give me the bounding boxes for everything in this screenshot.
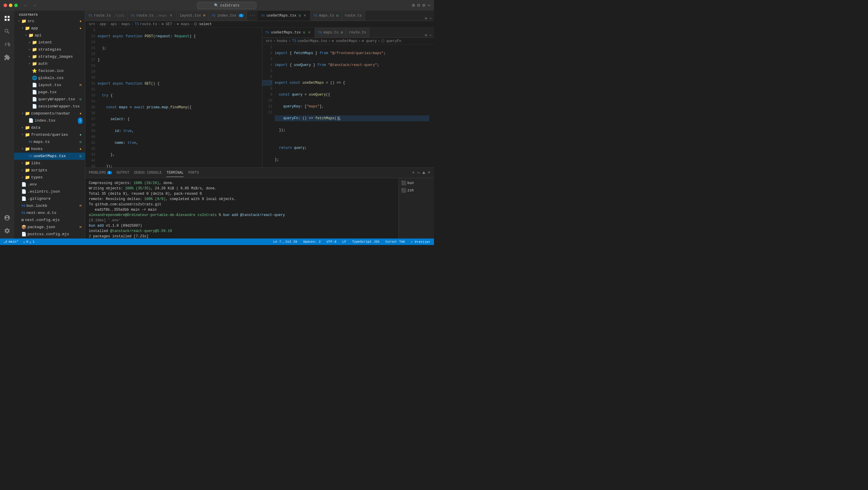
- terminal-session-zsh[interactable]: ⬛ zsh: [399, 187, 434, 194]
- sidebar-item-env[interactable]: 📄 .env: [14, 181, 85, 188]
- back-button[interactable]: ←: [23, 2, 29, 8]
- sidebar-item-bunlockb[interactable]: TS bun.lockb M: [14, 202, 85, 209]
- forward-button[interactable]: →: [31, 2, 38, 8]
- tab-close-usegetmaps-icon[interactable]: ×: [303, 13, 307, 18]
- sidebar-item-libs[interactable]: ▸ 📁 libs: [14, 160, 85, 167]
- editor-and-terminal: 6 23 24 25 26 27 28 29 30 31 32 33: [85, 28, 434, 238]
- minimap: [258, 28, 262, 167]
- main-container: CS2STRATS ▾ 📁 src ● ▾ 📁 app ● ▾ 📁 api ▸ …: [0, 11, 434, 238]
- sidebar-item-strategy-images[interactable]: ▸ 📁 strategy_images: [14, 53, 85, 60]
- status-line-ending[interactable]: LF: [341, 240, 347, 243]
- status-cursor-tab[interactable]: Cursor Tab: [384, 240, 406, 243]
- status-prettier[interactable]: ✓ Prettier: [410, 240, 432, 244]
- status-branch[interactable]: ⎇ main*: [2, 240, 20, 244]
- close-panel-icon[interactable]: ×: [428, 170, 430, 175]
- add-terminal-icon[interactable]: +: [412, 170, 415, 175]
- tab-close-icon[interactable]: ×: [169, 13, 174, 18]
- user-icon[interactable]: [2, 213, 12, 223]
- terminal-line: Compressing objects: 100% (26/26), done.: [89, 181, 395, 186]
- right-more-icon[interactable]: ⋯: [430, 33, 432, 38]
- status-encoding[interactable]: UTF-8: [326, 240, 338, 243]
- source-control-icon[interactable]: [2, 39, 12, 50]
- sidebar-item-sessionwrapper[interactable]: 📄 sessionWrapper.tsx: [14, 103, 85, 110]
- sidebar-item-components-navbar[interactable]: ▾ 📁 components/navbar ●: [14, 110, 85, 117]
- right-tab-route[interactable]: route.ts: [346, 28, 369, 38]
- error-icon: ⚠: [23, 240, 25, 244]
- sidebar-item-index-tsx[interactable]: 📄 index.tsx 1: [14, 117, 85, 124]
- sidebar-item-usegetmaps[interactable]: TS useGetMaps.tsx U: [14, 153, 85, 160]
- arrow-icon: ▾: [20, 25, 25, 32]
- split-editor-icon[interactable]: ⊟: [425, 16, 427, 21]
- terminal-session-bun[interactable]: ⬛ bun: [399, 179, 434, 187]
- panel-tab-debug[interactable]: DEBUG CONSOLE: [134, 169, 162, 177]
- sidebar-item-auth[interactable]: ▸ 📁 auth: [14, 60, 85, 67]
- layout-icon[interactable]: ⊞: [412, 2, 415, 8]
- status-line-col[interactable]: Ln 7, Col 29: [272, 240, 299, 243]
- tab-index[interactable]: TS index.tsx 1: [209, 11, 247, 21]
- sidebar-item-types[interactable]: ▸ 📁 types: [14, 174, 85, 181]
- more-tabs-icon[interactable]: ⋯: [430, 16, 432, 21]
- gear-icon[interactable]: [2, 226, 12, 236]
- panel-tab-ports[interactable]: PORTS: [188, 169, 199, 177]
- sidebar-item-frontend-queries[interactable]: ▾ 📁 frontend/queries ●: [14, 131, 85, 138]
- tab-usegetmaps[interactable]: TS useGetMaps.tsx U ×: [258, 11, 311, 21]
- settings-icon[interactable]: ⚙: [423, 2, 426, 8]
- sidebar-item-data[interactable]: ▸ 📁 data: [14, 124, 85, 131]
- sidebar-item-eslintrc[interactable]: 📄 .eslintrc.json: [14, 188, 85, 195]
- status-spaces[interactable]: Spaces: 2: [302, 240, 322, 243]
- sidebar-item-hooks[interactable]: ▾ 📁 hooks ●: [14, 145, 85, 153]
- arrow-icon: ▸: [20, 174, 25, 181]
- sidebar-item-intent[interactable]: ▸ 📁 intent: [14, 39, 85, 46]
- sidebar-item-next-config[interactable]: ⚙️ next.config.mjs: [14, 217, 85, 224]
- sidebar-item-gitignore[interactable]: 📄 .gitignore: [14, 195, 85, 202]
- sidebar-item-maps-ts[interactable]: TS maps.ts U: [14, 138, 85, 145]
- right-tab-close-icon[interactable]: ×: [307, 30, 312, 35]
- sidebar-item-scripts[interactable]: ▸ 📁 scripts: [14, 167, 85, 174]
- panel-tab-output[interactable]: OUTPUT: [117, 169, 129, 177]
- tab-layout[interactable]: layout.tsx M: [177, 11, 209, 21]
- tab-maps-ts[interactable]: TS maps.ts U: [311, 11, 342, 21]
- right-split-icon[interactable]: ⊟: [425, 33, 427, 38]
- sidebar-item-app[interactable]: ▾ 📁 app ●: [14, 25, 85, 32]
- left-code-content[interactable]: 6 23 24 25 26 27 28 29 30 31 32 33: [85, 28, 262, 167]
- sidebar-item-postcss[interactable]: 📄 postcss.config.mjs: [14, 231, 85, 238]
- close-button[interactable]: [4, 4, 7, 7]
- more-icon[interactable]: ⋯: [428, 2, 430, 8]
- panel-tab-terminal[interactable]: TERMINAL: [166, 169, 184, 177]
- panel-tab-problems[interactable]: PROBLEMS 1: [89, 169, 112, 177]
- tab-more-button[interactable]: ···: [247, 11, 258, 21]
- arrow-icon: ▸: [27, 54, 32, 60]
- explorer-icon[interactable]: [2, 13, 12, 24]
- sidebar-item-favicon[interactable]: ⭐ favicon.ico: [14, 67, 85, 74]
- sidebar-item-package-json[interactable]: 📦 package.json M: [14, 224, 85, 231]
- arrow-icon: ▾: [20, 110, 25, 117]
- right-tab-usegetmaps[interactable]: TS useGetMaps.tsx U ×: [262, 28, 315, 38]
- status-language[interactable]: TypeScript JSX: [351, 240, 381, 243]
- tab-bar-actions: ⊟ ⋯: [423, 16, 434, 21]
- sidebar-item-next-env[interactable]: TS next-env.d.ts: [14, 209, 85, 217]
- tab-route-maps[interactable]: TS route.ts …/maps ×: [128, 11, 177, 21]
- tab-route[interactable]: route.ts: [342, 11, 365, 21]
- sidebar-item-globals[interactable]: 🌐 globals.css: [14, 74, 85, 81]
- sidebar-item-strategies[interactable]: ▸ 📁 strategies: [14, 46, 85, 53]
- sidebar-title: CS2STRATS: [14, 11, 85, 18]
- split-terminal-icon[interactable]: ⋯: [417, 170, 420, 176]
- right-tab-maps-ts[interactable]: TS maps.ts U: [315, 28, 346, 38]
- search-activity-icon[interactable]: [2, 26, 12, 37]
- maximize-panel-icon[interactable]: ▲: [423, 170, 426, 175]
- sidebar-item-src[interactable]: ▾ 📁 src ●: [14, 18, 85, 25]
- right-editor-content[interactable]: 1 2 3 4 5 6 7 8 9 10 11 12: [262, 44, 434, 167]
- terminal-output[interactable]: Compressing objects: 100% (26/26), done.…: [85, 178, 399, 238]
- sidebar-item-page[interactable]: 📄 page.tsx: [14, 89, 85, 96]
- extensions-icon[interactable]: [2, 52, 12, 63]
- maximize-button[interactable]: [14, 4, 18, 7]
- tab-route-id[interactable]: TS route.ts …/[id]: [85, 11, 128, 21]
- search-bar[interactable]: 🔍cs2strats: [197, 2, 256, 9]
- sidebar-item-layout[interactable]: 📄 layout.tsx M: [14, 81, 85, 89]
- sidebar-item-api[interactable]: ▾ 📁 api: [14, 32, 85, 39]
- sidebar-item-querywrapper[interactable]: 📄 queryWrapper.tsx U: [14, 96, 85, 103]
- minimize-button[interactable]: [9, 4, 12, 7]
- split-icon[interactable]: ⊟: [417, 2, 420, 8]
- arrow-icon: ▸: [27, 46, 32, 53]
- status-errors[interactable]: ⚠ 0 △ 1: [22, 240, 35, 244]
